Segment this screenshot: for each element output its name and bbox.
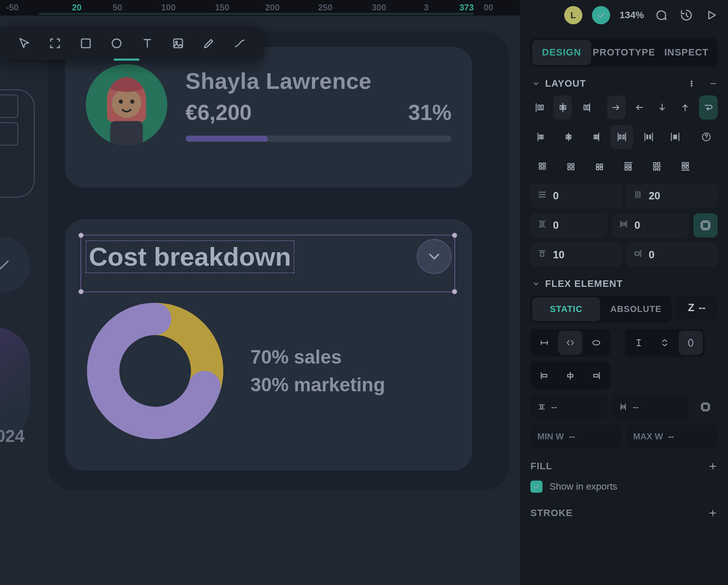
play-icon[interactable] bbox=[704, 7, 719, 23]
aligncontent-6[interactable] bbox=[673, 154, 698, 179]
z-index-input[interactable]: Z -- bbox=[676, 296, 718, 320]
aligncontent-2[interactable] bbox=[559, 154, 583, 179]
text-tool[interactable] bbox=[138, 33, 156, 54]
position-static[interactable]: STATIC bbox=[532, 297, 600, 321]
collapse-icon[interactable] bbox=[709, 79, 718, 88]
min-w[interactable]: MIN W -- bbox=[530, 424, 622, 448]
v-fixed[interactable] bbox=[627, 331, 651, 355]
selection-handle-br[interactable] bbox=[452, 289, 457, 294]
svg-rect-26 bbox=[596, 167, 598, 169]
z-value: -- bbox=[699, 302, 705, 314]
pad-top-input[interactable]: 10 bbox=[530, 243, 622, 267]
svg-rect-43 bbox=[540, 252, 543, 256]
independent-padding-toggle[interactable] bbox=[693, 213, 718, 237]
selfalign-start[interactable] bbox=[532, 364, 556, 388]
fill-label[interactable]: FILL bbox=[530, 461, 552, 472]
show-in-exports-row[interactable]: Show in exports bbox=[530, 481, 718, 493]
image-tool[interactable] bbox=[169, 33, 187, 54]
direction-down[interactable] bbox=[653, 95, 672, 120]
svg-rect-27 bbox=[600, 167, 602, 169]
direction-left[interactable] bbox=[630, 95, 649, 120]
pad-right-value: 0 bbox=[649, 249, 654, 261]
zoom-level[interactable]: 134% bbox=[620, 10, 644, 21]
col-gap-input[interactable]: 20 bbox=[626, 184, 718, 208]
justify-space-between[interactable] bbox=[611, 125, 633, 149]
svg-point-45 bbox=[593, 341, 600, 345]
curve-tool[interactable] bbox=[230, 33, 249, 54]
h-fixed[interactable] bbox=[532, 331, 556, 355]
justify-center[interactable] bbox=[557, 125, 580, 149]
pad-v-input[interactable]: 0 bbox=[530, 213, 608, 237]
pad-h-value: 0 bbox=[634, 219, 640, 231]
justify-end[interactable] bbox=[584, 125, 606, 149]
ruler-selection-range bbox=[39, 13, 473, 15]
status-check-badge[interactable] bbox=[592, 6, 610, 24]
section-layout-head[interactable]: LAYOUT bbox=[532, 78, 718, 89]
legend-sales: 70% sales bbox=[250, 343, 385, 371]
h-fill[interactable] bbox=[558, 331, 582, 355]
more-icon[interactable] bbox=[687, 79, 696, 88]
position-absolute[interactable]: ABSOLUTE bbox=[602, 297, 670, 321]
help-icon[interactable] bbox=[695, 125, 718, 149]
direction-up[interactable] bbox=[676, 95, 695, 120]
add-fill-icon[interactable] bbox=[708, 462, 718, 471]
h-hug[interactable] bbox=[584, 331, 608, 355]
selection-handle-tr[interactable] bbox=[452, 233, 457, 238]
v-hug[interactable] bbox=[679, 331, 703, 355]
pen-tool[interactable] bbox=[199, 33, 218, 54]
aligncontent-3[interactable] bbox=[588, 154, 612, 179]
link-margins-toggle[interactable] bbox=[693, 395, 718, 419]
align-end-v[interactable] bbox=[576, 95, 595, 120]
svg-rect-32 bbox=[653, 162, 656, 165]
add-stroke-icon[interactable] bbox=[708, 508, 718, 518]
row-gap-input[interactable]: 0 bbox=[530, 184, 622, 208]
pad-right-input[interactable]: 0 bbox=[626, 243, 718, 267]
ellipse-tool[interactable] bbox=[107, 33, 126, 54]
rectangle-tool[interactable] bbox=[76, 33, 95, 54]
v-fill[interactable] bbox=[653, 331, 677, 355]
ruler-mark: 3 bbox=[424, 3, 429, 13]
z-label: Z bbox=[688, 302, 695, 314]
svg-rect-34 bbox=[653, 168, 656, 170]
aligncontent-4[interactable] bbox=[616, 154, 640, 179]
tab-inspect[interactable]: INSPECT bbox=[657, 40, 716, 65]
selection-handle-tl[interactable] bbox=[78, 233, 84, 238]
selfalign-end[interactable] bbox=[584, 364, 608, 388]
dim-a[interactable]: -- bbox=[530, 395, 608, 419]
show-in-exports-checkbox[interactable] bbox=[530, 481, 543, 493]
aligncontent-5[interactable] bbox=[645, 154, 669, 179]
selection-handle-bl[interactable] bbox=[78, 289, 84, 294]
dropdown-button[interactable] bbox=[417, 239, 452, 274]
tab-design[interactable]: DESIGN bbox=[532, 40, 591, 65]
cost-breakdown-card[interactable]: Cost breakdown 70% sales 30% marketing bbox=[65, 219, 472, 471]
max-w[interactable]: MAX W -- bbox=[626, 424, 718, 448]
align-center-v[interactable] bbox=[553, 95, 572, 120]
svg-point-10 bbox=[176, 42, 177, 43]
dim-b[interactable]: -- bbox=[612, 395, 689, 419]
ruler-mark: 150 bbox=[215, 3, 229, 13]
wrap-toggle[interactable] bbox=[699, 95, 718, 120]
pad-h-input[interactable]: 0 bbox=[612, 213, 689, 237]
justify-space-evenly[interactable] bbox=[664, 125, 687, 149]
justify-space-around[interactable] bbox=[637, 125, 660, 149]
history-icon[interactable] bbox=[679, 7, 694, 23]
aligncontent-1[interactable] bbox=[530, 154, 555, 179]
svg-point-11 bbox=[691, 81, 692, 82]
svg-rect-29 bbox=[629, 165, 631, 167]
stroke-label[interactable]: STROKE bbox=[530, 507, 573, 519]
frame-tool[interactable] bbox=[46, 33, 64, 54]
selfalign-center[interactable] bbox=[558, 364, 582, 388]
section-flex-head[interactable]: FLEX ELEMENT bbox=[532, 278, 718, 289]
svg-rect-39 bbox=[686, 166, 688, 168]
direction-right[interactable] bbox=[607, 95, 626, 120]
cost-title[interactable]: Cost breakdown bbox=[86, 240, 294, 273]
svg-point-1 bbox=[112, 88, 141, 118]
comments-icon[interactable] bbox=[653, 7, 669, 23]
align-start-v[interactable] bbox=[530, 95, 549, 120]
user-avatar[interactable]: L bbox=[564, 6, 582, 24]
select-tool[interactable] bbox=[15, 33, 33, 54]
tab-prototype[interactable]: PROTOTYPE bbox=[593, 40, 655, 65]
profile-card[interactable]: Shayla Lawrence €6,200 31% bbox=[65, 47, 472, 188]
justify-start[interactable] bbox=[530, 125, 553, 149]
profile-amount: €6,200 bbox=[185, 100, 252, 125]
